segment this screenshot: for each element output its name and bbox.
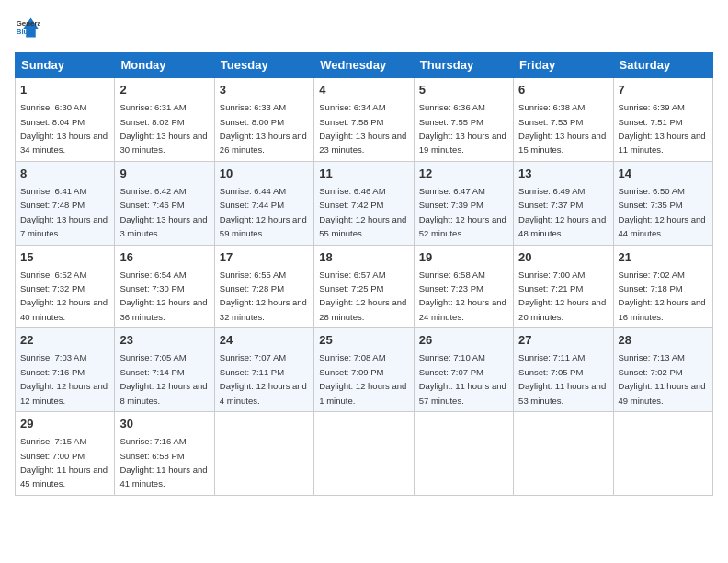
- day-cell-16: 16 Sunrise: 6:54 AMSunset: 7:30 PMDaylig…: [115, 245, 214, 328]
- day-number: 2: [119, 82, 209, 98]
- sunrise-info: Sunrise: 7:16 AMSunset: 6:58 PMDaylight:…: [119, 436, 207, 488]
- sunrise-info: Sunrise: 6:50 AMSunset: 7:35 PMDaylight:…: [619, 186, 706, 238]
- col-header-wednesday: Wednesday: [314, 52, 414, 78]
- calendar-table: SundayMondayTuesdayWednesdayThursdayFrid…: [15, 52, 713, 496]
- day-cell-12: 12 Sunrise: 6:47 AMSunset: 7:39 PMDaylig…: [414, 161, 513, 245]
- day-number: 5: [419, 82, 508, 98]
- sunrise-info: Sunrise: 6:41 AMSunset: 7:48 PMDaylight:…: [20, 186, 108, 238]
- day-number: 21: [619, 249, 708, 266]
- day-cell-26: 26 Sunrise: 7:10 AMSunset: 7:07 PMDaylig…: [414, 328, 513, 412]
- sunrise-info: Sunrise: 6:34 AMSunset: 7:58 PMDaylight:…: [319, 102, 406, 155]
- logo: General Blue: [15, 15, 44, 40]
- day-cell-23: 23 Sunrise: 7:05 AMSunset: 7:14 PMDaylig…: [115, 328, 214, 412]
- sunrise-info: Sunrise: 6:39 AMSunset: 7:51 PMDaylight:…: [619, 102, 706, 155]
- day-cell-15: 15 Sunrise: 6:52 AMSunset: 7:32 PMDaylig…: [16, 245, 115, 328]
- day-cell-21: 21 Sunrise: 7:02 AMSunset: 7:18 PMDaylig…: [613, 245, 712, 328]
- sunrise-info: Sunrise: 6:38 AMSunset: 7:53 PMDaylight:…: [518, 102, 606, 155]
- week-row-1: 1 Sunrise: 6:30 AMSunset: 8:04 PMDayligh…: [16, 78, 713, 162]
- day-number: 1: [20, 82, 109, 98]
- day-number: 25: [319, 332, 408, 349]
- day-cell-25: 25 Sunrise: 7:08 AMSunset: 7:09 PMDaylig…: [314, 328, 414, 412]
- empty-cell: [314, 412, 414, 496]
- svg-text:Blue: Blue: [17, 28, 33, 36]
- day-number: 26: [419, 332, 508, 349]
- day-cell-19: 19 Sunrise: 6:58 AMSunset: 7:23 PMDaylig…: [414, 245, 513, 328]
- day-cell-1: 1 Sunrise: 6:30 AMSunset: 8:04 PMDayligh…: [16, 78, 115, 162]
- empty-cell: [613, 412, 712, 496]
- col-header-tuesday: Tuesday: [214, 52, 313, 78]
- day-number: 11: [319, 166, 408, 182]
- sunrise-info: Sunrise: 6:55 AMSunset: 7:28 PMDaylight:…: [220, 270, 307, 322]
- week-row-3: 15 Sunrise: 6:52 AMSunset: 7:32 PMDaylig…: [16, 245, 713, 328]
- sunrise-info: Sunrise: 6:54 AMSunset: 7:30 PMDaylight:…: [119, 270, 207, 322]
- day-number: 29: [20, 416, 109, 432]
- col-header-monday: Monday: [115, 52, 214, 78]
- day-number: 16: [119, 249, 209, 266]
- sunrise-info: Sunrise: 6:44 AMSunset: 7:44 PMDaylight:…: [220, 186, 307, 238]
- day-cell-10: 10 Sunrise: 6:44 AMSunset: 7:44 PMDaylig…: [214, 161, 313, 245]
- day-number: 19: [419, 249, 508, 266]
- col-header-sunday: Sunday: [16, 52, 115, 78]
- day-cell-13: 13 Sunrise: 6:49 AMSunset: 7:37 PMDaylig…: [514, 161, 613, 245]
- day-cell-2: 2 Sunrise: 6:31 AMSunset: 8:02 PMDayligh…: [115, 78, 214, 162]
- day-number: 4: [319, 82, 408, 98]
- week-row-4: 22 Sunrise: 7:03 AMSunset: 7:16 PMDaylig…: [16, 328, 713, 412]
- sunrise-info: Sunrise: 6:49 AMSunset: 7:37 PMDaylight:…: [518, 186, 606, 238]
- sunrise-info: Sunrise: 7:11 AMSunset: 7:05 PMDaylight:…: [518, 352, 606, 405]
- sunrise-info: Sunrise: 7:07 AMSunset: 7:11 PMDaylight:…: [220, 352, 307, 405]
- day-cell-28: 28 Sunrise: 7:13 AMSunset: 7:02 PMDaylig…: [613, 328, 712, 412]
- empty-cell: [514, 412, 613, 496]
- day-cell-8: 8 Sunrise: 6:41 AMSunset: 7:48 PMDayligh…: [16, 161, 115, 245]
- day-number: 18: [319, 249, 408, 266]
- sunrise-info: Sunrise: 6:57 AMSunset: 7:25 PMDaylight:…: [319, 270, 406, 322]
- sunrise-info: Sunrise: 7:10 AMSunset: 7:07 PMDaylight:…: [419, 352, 506, 405]
- day-cell-11: 11 Sunrise: 6:46 AMSunset: 7:42 PMDaylig…: [314, 161, 414, 245]
- svg-text:General: General: [17, 19, 40, 28]
- sunrise-info: Sunrise: 6:33 AMSunset: 8:00 PMDaylight:…: [220, 102, 307, 155]
- day-cell-22: 22 Sunrise: 7:03 AMSunset: 7:16 PMDaylig…: [16, 328, 115, 412]
- day-number: 23: [119, 332, 209, 349]
- sunrise-info: Sunrise: 6:42 AMSunset: 7:46 PMDaylight:…: [119, 186, 207, 238]
- header-row: SundayMondayTuesdayWednesdayThursdayFrid…: [16, 52, 713, 78]
- col-header-thursday: Thursday: [414, 52, 513, 78]
- page-header: General Blue: [15, 15, 713, 40]
- day-cell-27: 27 Sunrise: 7:11 AMSunset: 7:05 PMDaylig…: [514, 328, 613, 412]
- sunrise-info: Sunrise: 7:05 AMSunset: 7:14 PMDaylight:…: [119, 352, 207, 405]
- week-row-5: 29 Sunrise: 7:15 AMSunset: 7:00 PMDaylig…: [16, 412, 713, 496]
- day-number: 28: [619, 332, 708, 349]
- sunrise-info: Sunrise: 7:02 AMSunset: 7:18 PMDaylight:…: [619, 270, 706, 322]
- sunrise-info: Sunrise: 7:00 AMSunset: 7:21 PMDaylight:…: [518, 270, 606, 322]
- day-number: 17: [220, 249, 309, 266]
- day-cell-6: 6 Sunrise: 6:38 AMSunset: 7:53 PMDayligh…: [514, 78, 613, 162]
- day-cell-30: 30 Sunrise: 7:16 AMSunset: 6:58 PMDaylig…: [115, 412, 214, 496]
- sunrise-info: Sunrise: 7:03 AMSunset: 7:16 PMDaylight:…: [20, 352, 108, 405]
- day-cell-24: 24 Sunrise: 7:07 AMSunset: 7:11 PMDaylig…: [214, 328, 313, 412]
- sunrise-info: Sunrise: 6:31 AMSunset: 8:02 PMDaylight:…: [119, 102, 207, 155]
- day-cell-14: 14 Sunrise: 6:50 AMSunset: 7:35 PMDaylig…: [613, 161, 712, 245]
- day-cell-7: 7 Sunrise: 6:39 AMSunset: 7:51 PMDayligh…: [613, 78, 712, 162]
- sunrise-info: Sunrise: 7:15 AMSunset: 7:00 PMDaylight:…: [20, 436, 108, 488]
- col-header-friday: Friday: [514, 52, 613, 78]
- day-number: 24: [220, 332, 309, 349]
- logo-icon: General Blue: [15, 15, 40, 40]
- day-number: 12: [419, 166, 508, 182]
- day-number: 20: [518, 249, 608, 266]
- sunrise-info: Sunrise: 6:47 AMSunset: 7:39 PMDaylight:…: [419, 186, 506, 238]
- day-number: 7: [619, 82, 708, 98]
- day-number: 27: [518, 332, 608, 349]
- sunrise-info: Sunrise: 6:58 AMSunset: 7:23 PMDaylight:…: [419, 270, 506, 322]
- sunrise-info: Sunrise: 6:30 AMSunset: 8:04 PMDaylight:…: [20, 102, 108, 155]
- sunrise-info: Sunrise: 7:08 AMSunset: 7:09 PMDaylight:…: [319, 352, 406, 405]
- day-cell-3: 3 Sunrise: 6:33 AMSunset: 8:00 PMDayligh…: [214, 78, 313, 162]
- day-cell-29: 29 Sunrise: 7:15 AMSunset: 7:00 PMDaylig…: [16, 412, 115, 496]
- sunrise-info: Sunrise: 6:52 AMSunset: 7:32 PMDaylight:…: [20, 270, 108, 322]
- empty-cell: [214, 412, 313, 496]
- day-number: 6: [518, 82, 608, 98]
- day-number: 14: [619, 166, 708, 182]
- col-header-saturday: Saturday: [613, 52, 712, 78]
- empty-cell: [414, 412, 513, 496]
- day-number: 15: [20, 249, 109, 266]
- sunrise-info: Sunrise: 6:46 AMSunset: 7:42 PMDaylight:…: [319, 186, 406, 238]
- day-number: 10: [220, 166, 309, 182]
- sunrise-info: Sunrise: 6:36 AMSunset: 7:55 PMDaylight:…: [419, 102, 506, 155]
